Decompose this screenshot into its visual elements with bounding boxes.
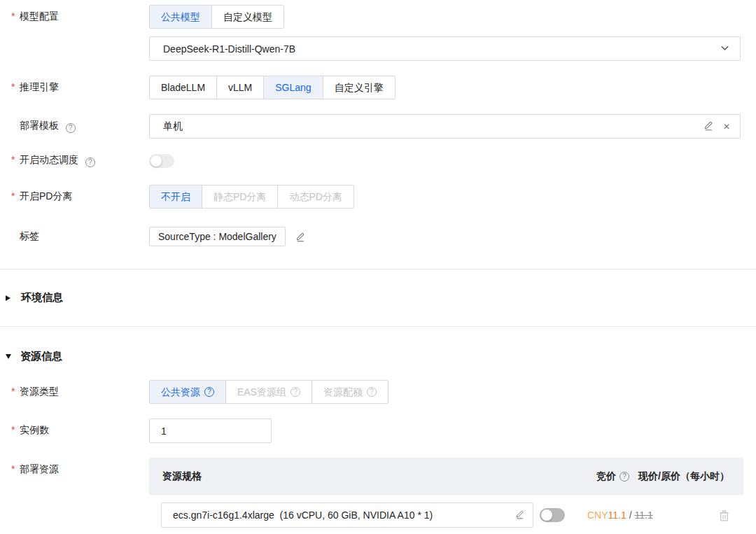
resource-table: 资源规格 竞价 ? 现价/原价（每小时） ecs.gn7i-c16g1.4xla… bbox=[149, 458, 743, 534]
instance-count-value: 1 bbox=[161, 426, 167, 437]
inference-engine-tabs: BladeLLM vLLM SGLang 自定义引擎 bbox=[149, 76, 396, 99]
deployment-config-form: *模型配置 公共模型 自定义模型 DeepSeek-R1-Distill-Qwe… bbox=[0, 0, 756, 534]
toggle-knob bbox=[541, 510, 552, 521]
dynamic-schedule-label: *开启动态调度 ? bbox=[0, 153, 149, 167]
required-mark: * bbox=[11, 463, 20, 475]
dynamic-schedule-toggle[interactable] bbox=[149, 154, 174, 168]
collapse-arrow-icon bbox=[6, 295, 10, 301]
model-config-tabs: 公共模型 自定义模型 bbox=[149, 5, 284, 29]
model-select[interactable]: DeepSeek-R1-Distill-Qwen-7B bbox=[149, 36, 741, 61]
tab-custom-model[interactable]: 自定义模型 bbox=[211, 6, 284, 28]
tab-pd-static[interactable]: 静态PD分离 bbox=[202, 185, 277, 208]
deploy-resource-label: *部署资源 bbox=[0, 458, 149, 476]
tab-sglang[interactable]: SGLang bbox=[263, 76, 322, 99]
tab-resource-quota[interactable]: 资源配额 ? bbox=[312, 381, 388, 403]
empty-label-cell bbox=[0, 36, 149, 42]
edit-icon[interactable] bbox=[515, 510, 524, 521]
column-header-spec: 资源规格 bbox=[162, 470, 596, 483]
tab-bladellm[interactable]: BladeLLM bbox=[150, 76, 216, 99]
deploy-template-input[interactable]: 单机 ✕ bbox=[149, 114, 741, 139]
price-current: 11.1 bbox=[608, 510, 626, 521]
tab-custom-engine[interactable]: 自定义引擎 bbox=[323, 76, 395, 99]
required-mark: * bbox=[11, 154, 20, 165]
edit-icon[interactable] bbox=[704, 120, 713, 133]
column-header-price: 现价/原价（每小时） bbox=[638, 470, 729, 483]
chevron-down-icon bbox=[720, 43, 730, 55]
section-title: 环境信息 bbox=[21, 291, 63, 304]
trash-icon[interactable] bbox=[719, 510, 729, 521]
instance-spec-value: ecs.gn7i-c16g1.4xlarge (16 vCPU, 60 GiB,… bbox=[173, 510, 433, 521]
column-header-spot: 竞价 ? bbox=[596, 470, 638, 483]
tab-pd-dynamic[interactable]: 动态PD分离 bbox=[277, 185, 353, 208]
help-icon[interactable]: ? bbox=[620, 472, 629, 482]
instance-count-label: *实例数 bbox=[0, 419, 149, 437]
price-currency: CNY bbox=[587, 510, 608, 521]
tab-public-model[interactable]: 公共模型 bbox=[150, 6, 211, 28]
inference-engine-label: *推理引擎 bbox=[0, 76, 149, 94]
close-icon[interactable]: ✕ bbox=[723, 122, 730, 132]
tab-eas-resource-group[interactable]: EAS资源组 ? bbox=[225, 381, 312, 403]
tab-public-resource[interactable]: 公共资源 ? bbox=[150, 381, 225, 403]
resource-type-label: *资源类型 bbox=[0, 380, 149, 398]
resource-table-header: 资源规格 竞价 ? 现价/原价（每小时） bbox=[149, 458, 743, 495]
price-cell: CNY11.1 / 11.1 bbox=[587, 510, 653, 521]
tags-label: 标签 bbox=[0, 227, 149, 243]
tab-pd-off[interactable]: 不开启 bbox=[150, 185, 202, 208]
section-environment-header[interactable]: 环境信息 bbox=[0, 269, 756, 326]
tab-vllm[interactable]: vLLM bbox=[216, 76, 263, 99]
required-mark: * bbox=[11, 190, 20, 202]
section-title: 资源信息 bbox=[20, 350, 62, 363]
resource-type-tabs: 公共资源 ? EAS资源组 ? 资源配额 ? bbox=[149, 380, 388, 404]
expand-arrow-icon bbox=[6, 354, 11, 359]
resource-table-row: ecs.gn7i-c16g1.4xlarge (16 vCPU, 60 GiB,… bbox=[149, 495, 743, 534]
instance-count-input[interactable]: 1 bbox=[149, 419, 272, 443]
required-mark: * bbox=[11, 81, 20, 92]
tag-value: SourceType : ModelGallery bbox=[158, 231, 276, 242]
deploy-template-label: 部署模板 ? bbox=[0, 114, 149, 133]
required-mark: * bbox=[11, 10, 20, 22]
help-icon[interactable]: ? bbox=[290, 387, 300, 397]
pd-separation-label: *开启PD分离 bbox=[0, 185, 149, 203]
price-original: 11.1 bbox=[634, 510, 652, 521]
help-icon[interactable]: ? bbox=[66, 123, 76, 133]
pd-separation-tabs: 不开启 静态PD分离 动态PD分离 bbox=[149, 185, 354, 209]
edit-tags-icon[interactable] bbox=[295, 227, 305, 244]
required-mark: * bbox=[11, 386, 20, 397]
toggle-knob bbox=[150, 155, 162, 167]
help-icon[interactable]: ? bbox=[85, 157, 95, 167]
tag-chip: SourceType : ModelGallery bbox=[149, 227, 286, 246]
required-mark: * bbox=[11, 424, 20, 435]
help-icon[interactable]: ? bbox=[367, 387, 377, 397]
price-divider: / bbox=[626, 510, 635, 521]
instance-spec-select[interactable]: ecs.gn7i-c16g1.4xlarge (16 vCPU, 60 GiB,… bbox=[161, 503, 533, 528]
help-icon[interactable]: ? bbox=[204, 387, 214, 397]
deploy-template-value: 单机 bbox=[163, 120, 183, 133]
model-config-label: *模型配置 bbox=[0, 5, 149, 23]
model-select-value: DeepSeek-R1-Distill-Qwen-7B bbox=[163, 43, 295, 55]
section-resource-header[interactable]: 资源信息 bbox=[0, 327, 756, 380]
spot-price-toggle[interactable] bbox=[540, 508, 565, 522]
